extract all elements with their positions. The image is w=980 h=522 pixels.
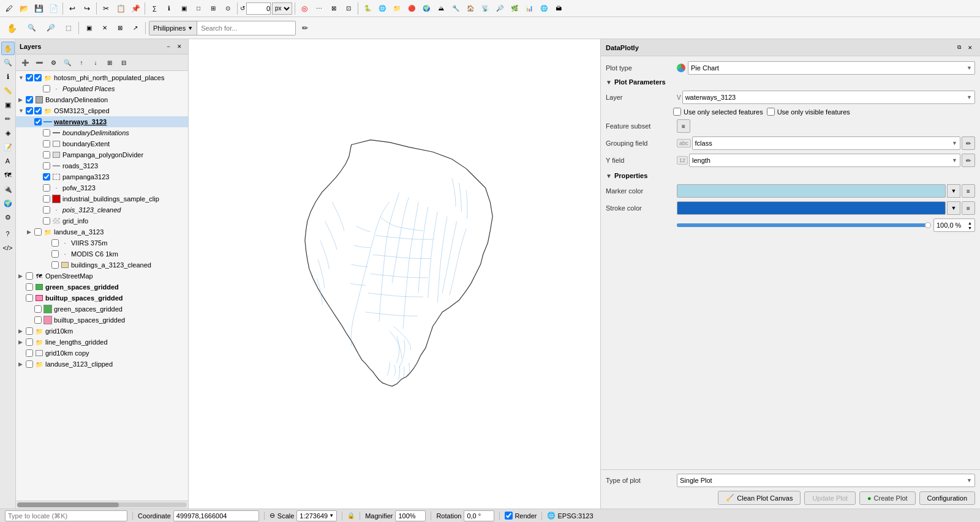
landuse-clipped-checkbox[interactable] bbox=[26, 360, 33, 368]
home-btn[interactable]: 🏠 bbox=[464, 2, 477, 15]
layer-roads[interactable]: roads_3123 bbox=[16, 160, 188, 171]
render-checkbox[interactable] bbox=[505, 512, 513, 520]
invert-sel-btn[interactable]: ⊡ bbox=[342, 2, 355, 15]
buildings-a-checkbox[interactable] bbox=[51, 261, 59, 269]
mountain-btn[interactable]: ⛰ bbox=[434, 2, 448, 15]
label-tool-btn[interactable]: A bbox=[1, 154, 15, 168]
layer-bdel2[interactable]: boundaryDelimitations bbox=[16, 127, 188, 138]
grid-info-checkbox[interactable] bbox=[43, 217, 50, 225]
location-search-input[interactable] bbox=[197, 24, 295, 32]
pois-checkbox[interactable] bbox=[43, 206, 50, 214]
osm3123-checkbox[interactable] bbox=[26, 107, 33, 114]
coordinate-input[interactable] bbox=[173, 510, 259, 521]
pofw-checkbox[interactable] bbox=[43, 184, 50, 192]
select-all-btn[interactable]: ⊠ bbox=[327, 2, 341, 15]
rotation-input[interactable] bbox=[246, 2, 271, 15]
panel-float-btn[interactable]: ⧉ bbox=[954, 43, 964, 53]
type-of-plot-dropdown[interactable]: Single Plot ▼ bbox=[677, 474, 975, 487]
update-plot-btn[interactable]: Update Plot bbox=[804, 491, 855, 505]
add-layer-btn[interactable]: ➕ bbox=[18, 56, 32, 69]
plot-parameters-section[interactable]: ▼ Plot Parameters bbox=[606, 78, 975, 86]
search2-btn[interactable]: 🔎 bbox=[493, 2, 507, 15]
folder-btn[interactable]: 📁 bbox=[390, 2, 404, 15]
cut-btn[interactable]: ✂ bbox=[99, 2, 113, 15]
feature-subset-icon-btn[interactable]: ≡ bbox=[677, 119, 690, 133]
magnifier-input[interactable] bbox=[395, 510, 426, 521]
layer-osm3123[interactable]: ▼ 📁 OSM3123_clipped bbox=[16, 105, 188, 116]
opacity-thumb[interactable] bbox=[925, 222, 931, 228]
invert-selection-btn[interactable]: ⊠ bbox=[113, 20, 127, 37]
layers-minimize-btn[interactable]: − bbox=[164, 42, 173, 51]
grouping-field-dropdown[interactable]: fclass ▼ bbox=[692, 136, 960, 150]
help-tool-btn[interactable]: ? bbox=[1, 227, 15, 240]
red-globe-btn[interactable]: 🔴 bbox=[405, 2, 418, 15]
world-btn[interactable]: 🌐 bbox=[537, 2, 551, 15]
zoom-full-btn[interactable]: ⬚ bbox=[61, 20, 75, 37]
location-dropdown[interactable]: Philippines ▼ bbox=[149, 21, 197, 35]
zoom-tool-btn[interactable]: 🔍 bbox=[1, 56, 15, 69]
globe-tool-btn[interactable]: 🌍 bbox=[1, 196, 15, 210]
configuration-btn[interactable]: Configuration bbox=[919, 491, 975, 505]
grouping-field-edit-btn[interactable]: ✏ bbox=[962, 136, 975, 150]
layer-green-g2[interactable]: green_spaces_gridded bbox=[16, 304, 188, 315]
panel-close-btn[interactable]: ✕ bbox=[965, 43, 975, 53]
pampanga3123-checkbox[interactable] bbox=[43, 173, 50, 181]
roads-checkbox[interactable] bbox=[43, 162, 50, 170]
nature-btn[interactable]: 🌿 bbox=[508, 2, 521, 15]
hotosm-vis-checkbox[interactable] bbox=[34, 74, 42, 81]
select-btn[interactable]: ▣ bbox=[177, 2, 190, 15]
layer-grid10km-copy[interactable]: grid10km copy bbox=[16, 348, 188, 359]
chart-btn[interactable]: 📊 bbox=[522, 2, 536, 15]
measure-tool-btn[interactable]: 📏 bbox=[1, 84, 15, 97]
builtup-g1-checkbox[interactable] bbox=[26, 294, 33, 302]
opacity-spinner[interactable]: ▲ ▼ bbox=[968, 221, 972, 230]
layer-osm[interactable]: ▶ 🗺 OpenStreetMap bbox=[16, 270, 188, 282]
osm3123-vis-checkbox[interactable] bbox=[34, 107, 42, 114]
pan-tool-btn[interactable]: ✋ bbox=[1, 42, 15, 55]
copy-btn[interactable]: 📋 bbox=[114, 2, 127, 15]
scale-control[interactable]: 1:273649 ▼ bbox=[296, 510, 337, 521]
use-selected-label[interactable]: Use only selected features bbox=[673, 108, 763, 116]
annotation-tool-btn[interactable]: 📝 bbox=[1, 140, 15, 154]
layer-pofw[interactable]: · pofw_3123 bbox=[16, 182, 188, 193]
clean-plot-canvas-btn[interactable]: 🧹 Clean Plot Canvas bbox=[718, 491, 801, 505]
layer-boundary-del[interactable]: ▶ BoundaryDelineation bbox=[16, 94, 188, 105]
deselect-features-btn[interactable]: ✕ bbox=[98, 20, 111, 37]
globe-btn[interactable]: 🌐 bbox=[375, 2, 389, 15]
wrench-btn[interactable]: 🔧 bbox=[449, 2, 462, 15]
select-tool-btn[interactable]: ▣ bbox=[1, 98, 15, 111]
paste-btn[interactable]: 📌 bbox=[129, 2, 142, 15]
zoom-in-btn[interactable]: 🔍 bbox=[23, 20, 40, 37]
layer-buildings-a[interactable]: buildings_a_3123_cleaned bbox=[16, 259, 188, 270]
save-btn[interactable]: 💾 bbox=[32, 2, 45, 15]
deselect-btn[interactable]: □ bbox=[192, 2, 205, 15]
locate-input[interactable] bbox=[5, 510, 127, 521]
digitize-tool-btn[interactable]: ✏ bbox=[1, 112, 15, 125]
layer-dropdown[interactable]: waterways_3123 ▼ bbox=[682, 91, 975, 104]
y-field-edit-btn[interactable]: ✏ bbox=[962, 154, 975, 167]
identify-btn[interactable]: ℹ bbox=[162, 2, 176, 15]
layer-grid10km[interactable]: ▶ 📁 grid10km bbox=[16, 326, 188, 337]
stroke-color-swatch[interactable] bbox=[677, 201, 946, 215]
layer-builtup-g2[interactable]: builtup_spaces_gridded bbox=[16, 315, 188, 326]
industrial-checkbox[interactable] bbox=[43, 195, 50, 203]
pan-btn[interactable]: ✋ bbox=[2, 20, 21, 37]
layer-pampanga3123[interactable]: pampanga3123 bbox=[16, 171, 188, 182]
properties-section[interactable]: ▼ Properties bbox=[606, 172, 975, 179]
layer-line-lengths[interactable]: ▶ 📁 line_lengths_gridded bbox=[16, 337, 188, 348]
layer-up-btn[interactable]: ↑ bbox=[75, 56, 88, 69]
grid10km-copy-checkbox[interactable] bbox=[26, 349, 33, 357]
builtup-g2-checkbox[interactable] bbox=[34, 316, 42, 324]
marker-color-swatch[interactable] bbox=[677, 184, 946, 198]
open-layer-prop-btn[interactable]: ⚙ bbox=[47, 56, 60, 69]
map-tool-btn[interactable]: 🗺 bbox=[1, 168, 15, 182]
location-search[interactable]: Philippines ▼ bbox=[149, 21, 296, 35]
pop-places-checkbox[interactable] bbox=[43, 85, 50, 92]
collapse-all-btn[interactable]: ⊟ bbox=[117, 56, 130, 69]
layer-pois[interactable]: · pois_3123_cleaned bbox=[16, 204, 188, 215]
use-visible-label[interactable]: Use only visible features bbox=[767, 108, 850, 116]
layers-close-btn[interactable]: ✕ bbox=[175, 42, 184, 51]
target-btn[interactable]: ◎ bbox=[298, 2, 311, 15]
layer-landuse-a[interactable]: ▶ 📁 landuse_a_3123 bbox=[16, 226, 188, 237]
crs-item[interactable]: 🌐 EPSG:3123 bbox=[547, 512, 593, 520]
